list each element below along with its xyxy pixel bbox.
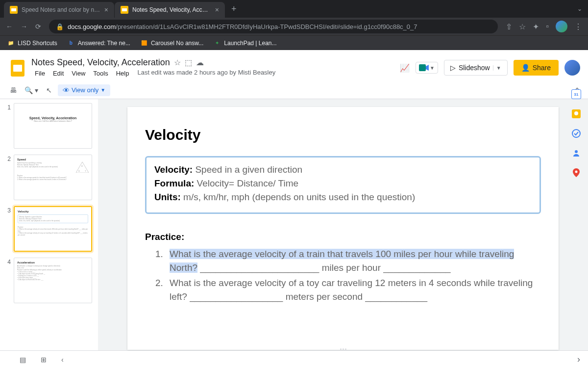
svg-rect-5 (13, 65, 22, 72)
slides-icon (10, 6, 18, 14)
url-field[interactable]: 🔒 docs.google.com /presentation/d/1LsAGv… (49, 20, 498, 33)
cloud-icon[interactable]: ☁ (196, 58, 204, 67)
browser-tab-active[interactable]: Notes Speed, Velocity, Acceler × (115, 2, 225, 18)
new-tab-button[interactable]: + (225, 4, 243, 14)
practice-heading: Practice: (145, 232, 541, 242)
bookmark-item[interactable]: bAnswered: The ne... (67, 39, 130, 47)
print-icon[interactable]: 🖶 (8, 84, 19, 96)
eye-icon: 👁 (63, 86, 70, 94)
main-area: 1 Speed, Velocity, Acceleration How can … (0, 99, 588, 368)
menu-bar: File Edit View Tools Help Last edit was … (31, 69, 400, 78)
slides-icon (121, 6, 128, 14)
share-icon[interactable]: ⇧ (506, 22, 512, 31)
svg-point-16 (575, 171, 578, 173)
back-icon[interactable]: ← (6, 23, 13, 30)
contacts-icon[interactable] (571, 148, 581, 158)
velocity-label: Velocity: (154, 164, 193, 175)
thumb-row: 3 Velocity Velocity: Speed in a given di… (4, 206, 94, 252)
url-path: /presentation/d/1LsAGvCIR1w81MH2FTR0DfdI… (116, 23, 417, 30)
svg-text:T: T (85, 170, 86, 172)
bookmark-item[interactable]: 📁LISD Shortcuts (7, 39, 57, 47)
slide-heading: Velocity (145, 127, 541, 143)
thumb-number: 3 (4, 206, 14, 252)
bookmark-icon: ✦ (213, 39, 221, 47)
grid-icon[interactable]: ⊞ (41, 356, 47, 364)
slide-thumbnail[interactable]: Speed, Velocity, Acceleration How can I … (14, 103, 92, 149)
side-panel: 31 (564, 84, 588, 178)
thumb-number: 1 (4, 103, 14, 149)
slide-thumbnail[interactable]: Acceleration Acceleration: a change in v… (14, 258, 92, 303)
star-icon[interactable]: ☆ (174, 58, 181, 67)
menu-help[interactable]: Help (113, 69, 133, 78)
notes-icon[interactable]: ▤ (20, 356, 26, 364)
svg-text:S: S (78, 170, 80, 172)
reload-icon[interactable]: ⟳ (35, 23, 41, 30)
trend-icon[interactable]: 📈 (400, 63, 410, 73)
share-button[interactable]: 👤 Share (514, 60, 559, 76)
svg-text:D: D (81, 165, 83, 167)
menu-view[interactable]: View (68, 69, 89, 78)
slide-canvas[interactable]: Velocity Velocity: Speed in a given dire… (127, 107, 559, 350)
address-bar: ← → ⟳ 🔒 docs.google.com /presentation/d/… (0, 18, 588, 35)
chevron-left-icon[interactable]: ‹ (61, 356, 64, 364)
thumb-number: 4 (4, 258, 14, 303)
panel-icon[interactable]: ▫ (546, 22, 549, 31)
formula-label: Formula: (154, 178, 194, 188)
url-host: docs.google.com (68, 23, 116, 30)
formula-text: Velocity= Distance/ Time (194, 178, 298, 188)
calendar-icon[interactable]: 31 (571, 89, 581, 99)
slide-thumbnail[interactable]: Speed Speed: how fast something is movin… (14, 155, 92, 200)
star-icon[interactable]: ☆ (519, 22, 526, 31)
bookmark-item[interactable]: 🟧Carousel No answ... (140, 39, 203, 47)
toolbar: 🖶 🔍 ▾ ↖ 👁 View only ▼ ⌃ (0, 81, 588, 99)
view-only-badge[interactable]: 👁 View only ▼ (58, 84, 110, 96)
definition-box: Velocity: Speed in a given direction For… (145, 156, 541, 214)
keep-icon[interactable] (571, 109, 581, 119)
forward-icon[interactable]: → (21, 23, 27, 30)
menu-tools[interactable]: Tools (90, 69, 111, 78)
close-icon[interactable]: × (215, 6, 219, 14)
close-icon[interactable]: × (104, 6, 108, 14)
practice-item: What is the average velocity of a train … (166, 247, 541, 274)
slideshow-button[interactable]: ▷ Slideshow ▼ (444, 60, 508, 76)
profile-avatar[interactable] (556, 21, 567, 32)
menu-file[interactable]: File (31, 69, 49, 78)
practice-item: What is the average velocity of a toy ca… (166, 276, 541, 303)
doc-title[interactable]: Notes Speed, Velocity, Acceleration (31, 57, 170, 68)
zoom-icon[interactable]: 🔍 ▾ (23, 84, 40, 96)
browser-tab-strip: Speed Notes and color by num × Notes Spe… (0, 0, 588, 18)
svg-rect-6 (419, 64, 426, 71)
svg-marker-7 (426, 65, 429, 71)
pointer-icon[interactable]: ↖ (44, 84, 54, 96)
folder-icon: 📁 (7, 39, 15, 47)
chevron-down-icon[interactable]: ⌄ (577, 5, 582, 12)
last-edit-text: Last edit was made 2 hours ago by Misti … (137, 69, 275, 78)
meet-button[interactable]: ▼ (416, 62, 438, 74)
extensions-icon[interactable]: ✦ (533, 22, 539, 31)
slide-thumbnail-selected[interactable]: Velocity Velocity: Speed in a given dire… (14, 206, 92, 252)
bookmark-icon: 🟧 (140, 39, 148, 47)
maps-icon[interactable] (571, 168, 581, 178)
tab-label: Notes Speed, Velocity, Acceler (132, 6, 211, 13)
svg-rect-1 (11, 8, 16, 11)
app-header: Notes Speed, Velocity, Acceleration ☆ ⬚ … (0, 50, 588, 81)
tasks-icon[interactable] (571, 129, 581, 138)
menu-edit[interactable]: Edit (49, 69, 67, 78)
canvas-area[interactable]: Velocity Velocity: Speed in a given dire… (98, 99, 588, 368)
thumb-number: 2 (4, 155, 14, 200)
account-avatar[interactable] (564, 60, 580, 76)
explore-icon[interactable]: › (577, 354, 580, 365)
bookmark-item[interactable]: ✦LaunchPad | Lean... (213, 39, 276, 47)
move-icon[interactable]: ⬚ (185, 58, 192, 67)
browser-actions: ⇧ ☆ ✦ ▫ ⋮ (506, 21, 582, 32)
meet-icon (419, 64, 429, 71)
lock-icon: 🔒 (56, 23, 64, 30)
practice-list: What is the average velocity of a train … (145, 247, 541, 303)
browser-tab[interactable]: Speed Notes and color by num × (4, 2, 114, 18)
title-area: Notes Speed, Velocity, Acceleration ☆ ⬚ … (31, 57, 400, 78)
slides-logo[interactable] (8, 58, 27, 78)
bookmark-icon: b (67, 39, 75, 47)
thumb-row: 2 Speed Speed: how fast something is mov… (4, 155, 94, 200)
kebab-icon[interactable]: ⋮ (574, 22, 582, 31)
thumb-row: 1 Speed, Velocity, Acceleration How can … (4, 103, 94, 149)
